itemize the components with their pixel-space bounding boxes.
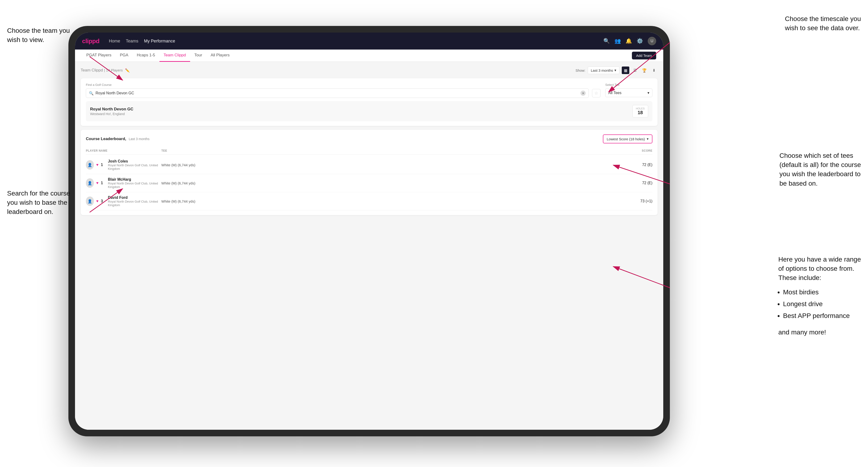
clear-search-button[interactable]: ✕ <box>581 91 586 96</box>
leaderboard-header: Course Leaderboard, Last 3 months Lowest… <box>86 134 652 144</box>
holes-count: 18 <box>636 110 645 115</box>
download-icon[interactable]: ⬇ <box>650 66 658 74</box>
chevron-down-icon: ▾ <box>614 68 616 72</box>
tablet-screen: clippd Home Teams My Performance 🔍 👥 🔔 ⚙… <box>75 33 663 430</box>
nav-right: 🔍 👥 🔔 ⚙️ U <box>603 37 656 45</box>
notifications-icon[interactable]: 🔔 <box>625 38 632 44</box>
holes-label: Holes <box>636 107 645 110</box>
sub-nav-hcaps[interactable]: Hcaps 1-5 <box>132 50 159 62</box>
leaderboard-subtitle: Last 3 months <box>129 137 150 141</box>
bullet-app: Best APP performance <box>783 310 861 322</box>
table-row: 👤 ♥ 1 Blair McHarg Royal North Devon Gol… <box>86 174 652 192</box>
course-result-info: Royal North Devon GC Westward Ho!, Engla… <box>90 107 133 116</box>
grid-view-icon[interactable]: ▦ <box>622 66 629 74</box>
player-info-1: Josh Coles Royal North Devon Golf Club, … <box>108 159 161 170</box>
rank-1: 1 <box>101 163 105 167</box>
table-header: PLAYER NAME TEE SCORE <box>86 147 652 154</box>
favorite-button[interactable]: ☆ <box>592 89 600 97</box>
and-more-text: and many more! <box>778 328 861 337</box>
player-club-3: Royal North Devon Golf Club, United King… <box>108 200 161 207</box>
table-row: 👤 ♥ 3 David Ford Royal North Devon Golf … <box>86 192 652 210</box>
nav-teams[interactable]: Teams <box>126 39 138 44</box>
score-type-dropdown[interactable]: Lowest Score (18 holes) ▾ <box>603 134 652 144</box>
bullet-birdies: Most birdies <box>783 286 861 298</box>
col-tee: TEE <box>161 149 563 152</box>
edit-icon[interactable]: ✏️ <box>125 68 130 73</box>
player-name-1: Josh Coles <box>108 159 161 163</box>
user-avatar[interactable]: U <box>648 37 656 45</box>
show-label: Show: <box>576 68 585 72</box>
player-cell-3: 👤 ♥ 3 David Ford Royal North Devon Golf … <box>86 195 161 207</box>
nav-my-performance[interactable]: My Performance <box>144 39 175 44</box>
course-name: Royal North Devon GC <box>90 107 133 112</box>
search-icon: 🔍 <box>89 91 94 96</box>
sub-nav-tour[interactable]: Tour <box>190 50 206 62</box>
player-club-1: Royal North Devon Golf Club, United King… <box>108 163 161 170</box>
player-avatar-2: 👤 <box>86 178 94 188</box>
list-view-icon[interactable]: ☰ <box>631 66 639 74</box>
annotation-tees: Choose which set of tees(default is all)… <box>780 151 861 188</box>
col-score: SCORE <box>610 149 652 152</box>
player-info-3: David Ford Royal North Devon Golf Club, … <box>108 195 161 207</box>
app-logo: clippd <box>82 37 99 45</box>
course-search-card: Find a Golf Course 🔍 Royal North Devon G… <box>81 78 658 126</box>
player-club-2: Royal North Devon Golf Club, United King… <box>108 182 161 189</box>
annotation-options: Here you have a wide rangeof options to … <box>778 255 861 337</box>
tee-cell-1: White (M) (6,744 yds) <box>161 163 563 167</box>
search-row: 🔍 Royal North Devon GC ✕ ☆ <box>86 88 600 98</box>
player-avatar-1: 👤 <box>86 160 94 169</box>
settings-icon[interactable]: ⚙️ <box>637 38 643 44</box>
main-content: Team Clippd | 14 Players ✏️ Show: Last 3… <box>75 62 663 430</box>
sub-nav-pgat[interactable]: PGAT Players <box>82 50 116 62</box>
leaderboard-table: PLAYER NAME TEE SCORE 👤 ♥ 1 Josh Coles <box>86 147 652 210</box>
course-search-input[interactable]: 🔍 Royal North Devon GC ✕ <box>86 88 589 98</box>
nav-home[interactable]: Home <box>109 39 120 44</box>
player-name-3: David Ford <box>108 195 161 200</box>
sub-nav: PGAT Players PGA Hcaps 1-5 Team Clippd T… <box>75 50 663 62</box>
player-count: | 14 Players <box>104 68 123 72</box>
search-icon[interactable]: 🔍 <box>603 38 610 44</box>
table-row: 👤 ♥ 1 Josh Coles Royal North Devon Golf … <box>86 156 652 174</box>
leaderboard-card: Course Leaderboard, Last 3 months Lowest… <box>81 130 658 215</box>
heart-icon-2[interactable]: ♥ <box>96 181 99 185</box>
tee-cell-3: White (M) (6,744 yds) <box>161 199 563 203</box>
team-title: Team Clippd | 14 Players <box>81 68 123 73</box>
score-cell-2: 72 (E) <box>610 181 652 185</box>
annotation-choose-team: Choose the team youwish to view. <box>7 26 70 44</box>
annotation-options-text: Here you have a wide rangeof options to … <box>778 256 861 281</box>
score-cell-1: 72 (E) <box>610 163 652 167</box>
add-team-button[interactable]: Add Team <box>632 52 656 59</box>
score-cell-3: 73 (+1) <box>610 199 652 203</box>
rank-3: 3 <box>101 199 105 203</box>
player-cell-2: 👤 ♥ 1 Blair McHarg Royal North Devon Gol… <box>86 177 161 189</box>
tee-cell-2: White (M) (6,744 yds) <box>161 181 563 185</box>
search-text: Royal North Devon GC <box>96 91 579 95</box>
select-tee-label: Select Tee <box>605 83 652 87</box>
annotation-timescale: Choose the timescale youwish to see the … <box>785 14 861 33</box>
course-location: Westward Ho!, England <box>90 112 133 116</box>
chevron-down-icon: ▾ <box>647 137 649 141</box>
player-name-2: Blair McHarg <box>108 177 161 182</box>
people-icon[interactable]: 👥 <box>614 38 621 44</box>
team-header: Team Clippd | 14 Players ✏️ Show: Last 3… <box>81 66 658 74</box>
heart-icon-1[interactable]: ♥ <box>96 163 99 167</box>
sub-nav-team-clippd[interactable]: Team Clippd <box>159 50 190 62</box>
sub-nav-pga[interactable]: PGA <box>116 50 132 62</box>
player-avatar-3: 👤 <box>86 196 94 206</box>
heart-icon-3[interactable]: ♥ <box>96 199 99 203</box>
chevron-down-icon: ▾ <box>647 91 649 95</box>
find-course-label: Find a Golf Course <box>86 83 600 87</box>
show-dropdown[interactable]: Last 3 months ▾ <box>588 66 619 74</box>
tablet-device: clippd Home Teams My Performance 🔍 👥 🔔 ⚙… <box>68 26 670 436</box>
show-section: Show: Last 3 months ▾ ▦ ☰ 🏆 ⬇ <box>576 66 658 74</box>
sub-nav-all-players[interactable]: All Players <box>206 50 234 62</box>
tee-dropdown[interactable]: All Tees ▾ <box>605 88 652 97</box>
player-cell-1: 👤 ♥ 1 Josh Coles Royal North Devon Golf … <box>86 159 161 170</box>
bullet-drive: Longest drive <box>783 298 861 310</box>
rank-2: 1 <box>101 181 105 185</box>
annotation-search-course: Search for the courseyou wish to base th… <box>7 189 70 217</box>
nav-bar: clippd Home Teams My Performance 🔍 👥 🔔 ⚙… <box>75 33 663 50</box>
col-player: PLAYER NAME <box>86 149 161 152</box>
leaderboard-title: Course Leaderboard, Last 3 months <box>86 136 150 141</box>
trophy-icon[interactable]: 🏆 <box>641 66 648 74</box>
